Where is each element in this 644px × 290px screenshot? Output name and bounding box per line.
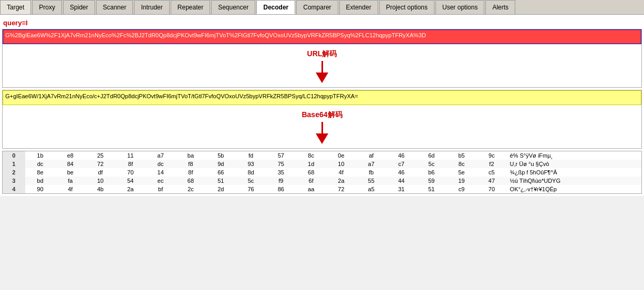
- hex-cell: 8c: [296, 151, 326, 160]
- hex-cell: 66: [206, 168, 236, 177]
- tab-comparer[interactable]: Comparer: [296, 0, 338, 14]
- hex-cell: 72: [85, 160, 115, 168]
- hex-cell: 2c: [175, 185, 205, 193]
- hex-cell: ec: [146, 177, 175, 185]
- tab-user-options[interactable]: User options: [435, 0, 484, 14]
- hex-cell: 8e: [25, 168, 55, 177]
- hex-cell: bd: [25, 177, 55, 185]
- hex-cell: 5b: [206, 151, 236, 160]
- hex-cell: 5c: [236, 177, 266, 185]
- hex-table-row: 1dc84728fdcf89d93751d10a7c75c8cf2U,r Üø …: [3, 160, 641, 168]
- hex-row-index: 4: [3, 185, 25, 193]
- hex-cell: 76: [236, 185, 266, 193]
- hex-cell: 9d: [206, 160, 236, 168]
- hex-cell: 8c: [446, 160, 476, 168]
- hex-cell: fb: [356, 168, 386, 177]
- hex-cell: 4f: [326, 168, 356, 177]
- hex-cell: 70: [116, 168, 146, 177]
- url-decode-arrow-section: URL解码: [3, 45, 641, 87]
- hex-cell: f9: [266, 177, 296, 185]
- base64-decode-arrow-head: [316, 133, 328, 144]
- tab-sequencer[interactable]: Sequencer: [211, 0, 255, 14]
- hex-cell: a5: [356, 185, 386, 193]
- hex-cell: 8f: [116, 160, 146, 168]
- hex-cell: 11: [116, 151, 146, 160]
- hex-ascii-cell: OK°¿,-v†¥r¥1QÉp: [507, 185, 641, 193]
- hex-cell: 1b: [25, 151, 55, 160]
- url-encoded-panel: G%2BgIEae6W%2F1XjA7vRm21nNyEco%2Fc%2BJ2T…: [2, 29, 642, 88]
- hex-cell: 8f: [175, 168, 205, 177]
- hex-cell: 93: [236, 160, 266, 168]
- hex-cell: f2: [476, 160, 506, 168]
- hex-cell: df: [85, 168, 115, 177]
- hex-table: 01be82511a7ba5bfd578c0eaf466db59cè% S°ÿV…: [3, 151, 641, 193]
- hex-table-row: 4904f4b2abf2c2d7686aa72a53151c970OK°¿,-v…: [3, 185, 641, 193]
- hex-cell: aa: [296, 185, 326, 193]
- hex-cell: b5: [446, 151, 476, 160]
- hex-cell: af: [356, 151, 386, 160]
- hex-cell: 2d: [206, 185, 236, 193]
- base64-decode-arrow-line: [321, 122, 323, 133]
- url-encoded-input[interactable]: G%2BgIEae6W%2F1XjA7vRm21nNyEco%2Fc%2BJ2T…: [3, 29, 641, 44]
- hex-cell: 8d: [236, 168, 266, 177]
- hex-cell: e8: [55, 151, 85, 160]
- tab-scanner[interactable]: Scanner: [96, 0, 133, 14]
- hex-cell: dc: [25, 160, 55, 168]
- hex-cell: 86: [266, 185, 296, 193]
- hex-table-panel: 01be82511a7ba5bfd578c0eaf466db59cè% S°ÿV…: [2, 151, 642, 194]
- hex-cell: 5c: [417, 160, 446, 168]
- url-decode-label: URL解码: [307, 49, 337, 59]
- hex-cell: 4f: [55, 185, 85, 193]
- hex-cell: 70: [476, 185, 506, 193]
- hex-row-index: 0: [3, 151, 25, 160]
- tab-repeater[interactable]: Repeater: [171, 0, 210, 14]
- hex-cell: dc: [146, 160, 175, 168]
- tab-decoder[interactable]: Decoder: [256, 0, 295, 14]
- hex-cell: 31: [386, 185, 416, 193]
- hex-cell: 55: [356, 177, 386, 185]
- hex-cell: 84: [55, 160, 85, 168]
- tab-proxy[interactable]: Proxy: [32, 0, 62, 14]
- tab-target[interactable]: Target: [0, 0, 31, 14]
- hex-cell: c5: [476, 168, 506, 177]
- hex-cell: 2a: [116, 185, 146, 193]
- hex-cell: 68: [175, 177, 205, 185]
- hex-cell: 54: [116, 177, 146, 185]
- hex-cell: 10: [85, 177, 115, 185]
- hex-cell: 46: [386, 151, 416, 160]
- hex-cell: 6f: [296, 177, 326, 185]
- base64-encoded-panel: G+gIEae6W/1XjA7vRm21nNyEco/c+J2TdR0Qp8dc…: [2, 90, 642, 149]
- hex-cell: 9c: [476, 151, 506, 160]
- url-decode-arrow-line: [321, 61, 323, 72]
- hex-cell: 6d: [417, 151, 446, 160]
- hex-table-row: 01be82511a7ba5bfd578c0eaf466db59cè% S°ÿV…: [3, 151, 641, 160]
- base64-encoded-input[interactable]: G+gIEae6W/1XjA7vRm21nNyEco/c+J2TdR0Qp8dc…: [3, 90, 641, 105]
- hex-cell: 47: [476, 177, 506, 185]
- tab-project-options[interactable]: Project options: [379, 0, 434, 14]
- hex-ascii-cell: ¾¿ßp f 5hOûF¶^Â: [507, 168, 641, 177]
- hex-cell: fa: [55, 177, 85, 185]
- hex-cell: 72: [326, 185, 356, 193]
- hex-ascii-cell: è% S°ÿVø iFmµ¸: [507, 151, 641, 160]
- hex-cell: ba: [175, 151, 205, 160]
- hex-cell: 5e: [446, 168, 476, 177]
- tab-extender[interactable]: Extender: [339, 0, 378, 14]
- tab-spider[interactable]: Spider: [63, 0, 95, 14]
- hex-cell: 14: [146, 168, 175, 177]
- hex-cell: a7: [146, 151, 175, 160]
- hex-cell: 51: [417, 185, 446, 193]
- tab-alerts[interactable]: Alerts: [485, 0, 515, 14]
- hex-table-row: 28ebedf70148f668d35684ffb46b65ec5¾¿ßp f …: [3, 168, 641, 177]
- hex-cell: 75: [266, 160, 296, 168]
- hex-cell: c9: [446, 185, 476, 193]
- hex-cell: fd: [236, 151, 266, 160]
- hex-cell: 10: [326, 160, 356, 168]
- hex-cell: b6: [417, 168, 446, 177]
- hex-cell: 68: [296, 168, 326, 177]
- hex-ascii-cell: ½ú TìhQl\ùo*UDYG: [507, 177, 641, 185]
- hex-cell: 35: [266, 168, 296, 177]
- hex-cell: be: [55, 168, 85, 177]
- tab-intruder[interactable]: Intruder: [134, 0, 169, 14]
- hex-ascii-cell: U,r Üø °u §Çvò: [507, 160, 641, 168]
- hex-cell: 57: [266, 151, 296, 160]
